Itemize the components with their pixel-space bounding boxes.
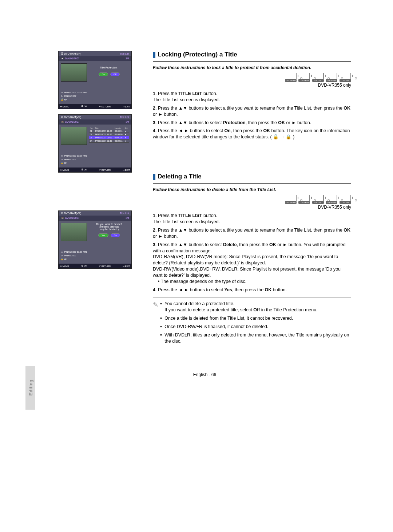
section1-intro: Follow these instructions to lock a titl…	[153, 65, 351, 70]
osd-info-date: JAN/01/2007	[64, 95, 76, 98]
step-item: 2. Press the ▲▼ buttons to select a titl…	[153, 105, 351, 118]
osd-foot-move: ✥ MOVE	[60, 105, 69, 108]
steps-locking: 1. Press the TITLE LIST button. The Titl…	[153, 91, 351, 140]
osd-info-mode: SP	[64, 162, 67, 165]
osd-title-list: Title List	[120, 52, 129, 55]
note-item: You cannot delete a protected title. If …	[160, 301, 351, 313]
disc-label: DVD-RAM	[285, 79, 297, 82]
osd-info-mode: XP	[64, 258, 67, 261]
note-item: Once DVD-RW/±R is finalised, it cannot b…	[160, 324, 351, 330]
osd-thumbnail	[61, 127, 87, 145]
osd-info-title: JAN/01/2007 01:00 PR1	[64, 154, 87, 158]
osd-date: 📼 JAN/01/2007	[61, 217, 79, 220]
osd-disc-label: ⦿ DVD-RAM(VR)	[61, 52, 81, 55]
osd-info-title: JAN/01/2007 01:00 PR1	[64, 91, 87, 94]
table-row[interactable]: 02JAN/01/2007 12:3000:00:09►	[89, 133, 129, 136]
disc-label: DVD-R	[312, 201, 324, 204]
osd-foot-ok: ⦿ OK	[81, 265, 87, 267]
disc-icons-row: DVD-RAM DVD-RW DVD-R DVD+RW DVD+R	[153, 195, 351, 204]
section-bar-icon	[153, 174, 155, 180]
section-title-deleting: Deleting a Title	[158, 173, 202, 180]
disc-icon	[337, 73, 337, 79]
osd-title-list: Title List	[120, 212, 129, 214]
step-item: 4. Press the ◄ ► buttons to select On, t…	[153, 128, 351, 140]
osd-del-q2: (Related playlists	[89, 225, 129, 228]
steps-deleting: 1. Press the TITLE LIST button. The Titl…	[153, 213, 351, 293]
disc-label: DVD-R	[312, 79, 324, 82]
osd-page: 3/4	[126, 121, 129, 123]
disc-icon	[350, 73, 351, 79]
note-item: With DVD±R, titles are only deleted from…	[160, 332, 351, 344]
col-length: Length	[114, 127, 124, 130]
note-box: ✎ You cannot delete a protected title. I…	[153, 297, 351, 346]
table-row[interactable]: 03JAN/01/2007 01:0000:01:36►	[89, 136, 129, 139]
osd-info-title: JAN/01/2007 01:00 PR1	[64, 251, 87, 254]
table-row[interactable]: 04JAN/01/2007 01:3000:00:11►	[89, 139, 129, 143]
disc-label: DVD+RW	[326, 201, 337, 204]
osd-info-date: JAN/01/2007	[64, 158, 76, 161]
osd-del-q3: may be deleted.)	[89, 228, 129, 230]
note-icon: ✎	[153, 301, 160, 309]
osd-foot-return: ↶ RETURN	[99, 169, 111, 171]
side-tab-label: Editing	[28, 366, 33, 410]
osd-info-mode: XP	[64, 98, 67, 102]
osd-delete: ⦿ DVD-RAM(VR) Title List 📼 JAN/01/2007 3…	[58, 210, 132, 269]
disc-icon	[309, 195, 310, 201]
disc-label: DVD+RW	[326, 79, 337, 82]
osd-foot-return: ↶ RETURN	[99, 105, 111, 108]
section-rule	[153, 61, 351, 62]
disc-label: DVD+R	[340, 79, 351, 82]
osd-btn-no[interactable]: No	[111, 233, 120, 237]
disc-icon	[296, 73, 297, 79]
osd-foot-exit: ⇥ EXIT	[123, 265, 130, 267]
osd-btn-off[interactable]: Off	[110, 72, 120, 76]
disc-label: DVD-RW	[298, 79, 310, 82]
disc-label: DVD-RAM	[285, 201, 297, 204]
osd-date: 📼 JAN/01/2007	[61, 57, 79, 60]
disc-icon	[309, 73, 310, 79]
step-item: 3. Press the ▲▼ buttons to select Delete…	[153, 242, 351, 285]
table-row[interactable]: 01JAN/01/2007 12:0000:00:11►	[89, 130, 129, 133]
side-tab-editing: Editing	[25, 366, 35, 410]
osd-thumbnail	[61, 63, 87, 82]
osd-foot-exit: ⇥ EXIT	[123, 105, 130, 108]
osd-foot-ok: ⦿ OK	[81, 105, 87, 108]
disc-icon	[337, 195, 337, 201]
disc-icon	[296, 195, 297, 201]
osd-del-q1: Do you want to delete?	[89, 223, 129, 225]
osd-foot-move: ✥ MOVE	[60, 169, 69, 171]
col-edit: Edit	[124, 127, 129, 130]
osd-foot-exit: ⇥ EXIT	[123, 169, 130, 171]
osd-btn-yes[interactable]: Yes	[98, 233, 108, 237]
disc-label: DVD+R	[340, 201, 351, 204]
section-title-locking: Locking (Protecting) a Title	[158, 51, 237, 58]
step-bullet: The message depends on the type of disc.	[158, 279, 351, 285]
col-no: No.	[89, 127, 94, 130]
page-footer: English - 66	[58, 372, 351, 377]
osd-btn-on[interactable]: On	[99, 72, 108, 76]
osd-foot-move: ✥ MOVE	[60, 265, 69, 267]
section-bar-icon	[153, 52, 155, 58]
note-item: Once a title is deleted from the Title L…	[160, 315, 351, 322]
section-rule	[153, 183, 351, 184]
osd-prot-label: Title Protection :	[89, 66, 129, 69]
step-item: 3. Press the ▲▼ buttons to select Protec…	[153, 120, 351, 126]
osd-title-table: No. Title Length Edit 01JAN/01/2007 12:0…	[89, 127, 129, 143]
osd-page: 3/4	[126, 57, 129, 60]
model-note: DVD-VR355 only	[153, 205, 351, 210]
model-note: DVD-VR355 only	[153, 83, 351, 88]
osd-list: ⦿ DVD-RAM(VR) Title List 📼 JAN/01/2007 3…	[58, 114, 132, 173]
disc-icons-row: DVD-RAM DVD-RW DVD-R DVD+RW DVD+R	[153, 73, 351, 82]
osd-foot-return: ↶ RETURN	[99, 265, 111, 267]
osd-date: 📼 JAN/01/2007	[61, 121, 79, 123]
osd-page: 3/4	[126, 217, 129, 220]
col-title: Title	[94, 127, 114, 130]
step-item: 1. Press the TITLE LIST button. The Titl…	[153, 213, 351, 225]
osd-protection: ⦿ DVD-RAM(VR) Title List 📼 JAN/01/2007 3…	[58, 51, 132, 109]
osd-foot-ok: ⦿ OK	[81, 169, 87, 171]
step-item: 4. Press the ◄ ► buttons to select Yes, …	[153, 287, 351, 293]
disc-icon	[350, 195, 351, 201]
step-item: 2. Press the ▲▼ buttons to select a titl…	[153, 227, 351, 240]
disc-icon	[323, 73, 324, 79]
section2-intro: Follow these instructions to delete a ti…	[153, 187, 351, 192]
